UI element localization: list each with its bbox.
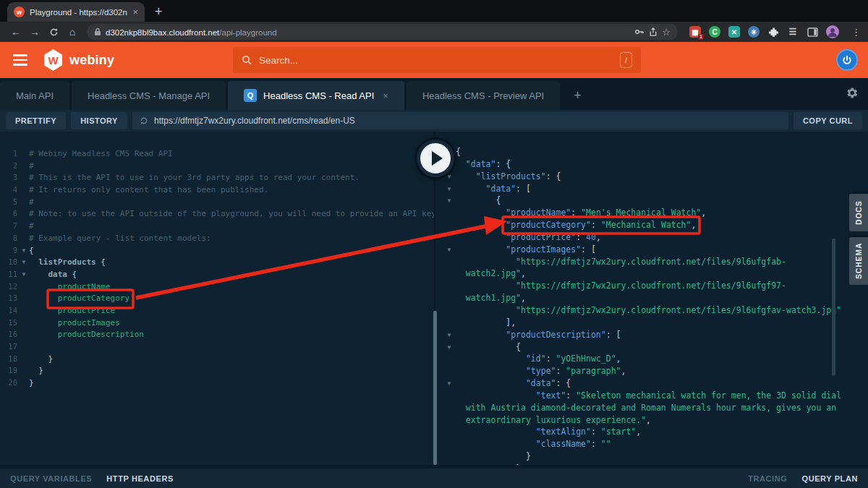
line-number: 11: [6, 268, 17, 281]
query-code-line: 7#: [6, 220, 435, 232]
webiny-app-bar: W webiny Search... /: [0, 42, 868, 78]
query-code-line: 8# Example query - list content models:: [6, 232, 435, 244]
add-api-tab-button[interactable]: +: [562, 81, 593, 110]
line-number: 8: [6, 232, 17, 244]
line-number: 17: [6, 341, 17, 353]
logout-power-button[interactable]: [836, 49, 858, 71]
http-headers-tab[interactable]: HTTP HEADERS: [106, 474, 174, 483]
endpoint-url-field[interactable]: https://dfmtjz7wx2ury.cloudfront.net/cms…: [132, 112, 788, 129]
response-code-line: ▼ "data": {: [443, 377, 868, 390]
query-code-line: 9▼{: [6, 244, 435, 257]
fold-arrow-icon[interactable]: ▼: [443, 184, 456, 196]
schema-side-tab[interactable]: SCHEMA: [849, 237, 868, 285]
api-tab-close-icon[interactable]: ×: [383, 90, 388, 101]
response-code-line: "text": "Skeleton mechanical watch for m…: [443, 390, 868, 402]
response-scrollbar[interactable]: [832, 239, 835, 376]
response-code-line: ▼ "listProducts": {: [443, 171, 868, 183]
execute-query-button[interactable]: [417, 140, 454, 177]
fold-arrow-icon[interactable]: ▼: [443, 378, 456, 390]
line-number: 13: [6, 292, 17, 304]
query-code-line: 3# This is the API to use in your 3rd pa…: [6, 171, 435, 184]
reading-list-icon[interactable]: ☰: [787, 26, 799, 38]
api-tab[interactable]: Headless CMS - Manage API: [72, 81, 226, 110]
response-code-line: "productCategory": "Mechanical Watch",: [443, 219, 868, 231]
line-number: 1: [6, 147, 17, 160]
query-code-line: 6# Note: to use the API outside of the p…: [6, 207, 435, 220]
fold-arrow-icon[interactable]: ▼: [443, 342, 456, 354]
url-bar[interactable]: d302nkp8bl9bax.cloudfront.net/api-playgr…: [87, 24, 678, 40]
query-editor[interactable]: 1# Webiny Headless CMS Read API2#3# This…: [0, 132, 435, 465]
query-code-line: 4# It returns only content that has been…: [6, 184, 435, 196]
settings-gear-icon[interactable]: [845, 86, 859, 100]
api-tab-bar: Main APIHeadless CMS - Manage APIQHeadle…: [0, 78, 868, 110]
query-toolbar: PRETTIFY HISTORY https://dfmtjz7wx2ury.c…: [0, 110, 868, 132]
line-number: 6: [6, 207, 17, 220]
response-code-line: ▼ "data": [: [443, 183, 868, 195]
docs-side-tab[interactable]: DOCS: [849, 194, 868, 231]
search-icon: [242, 55, 252, 65]
fold-arrow-icon[interactable]: ▼: [443, 195, 456, 207]
query-code-line: 2#: [6, 160, 435, 172]
response-code-line: ▼ {: [443, 341, 868, 354]
response-code-line: }: [443, 450, 868, 463]
search-input[interactable]: Search... /: [233, 47, 641, 73]
refresh-endpoint-icon: [140, 116, 148, 125]
tracing-tab[interactable]: TRACING: [748, 474, 787, 483]
query-code-line: 16 productDescription: [6, 328, 435, 341]
extension-teal-icon[interactable]: ✕: [728, 26, 740, 38]
fold-arrow-icon[interactable]: ▼: [443, 244, 456, 257]
response-code-line: extraordinary luxurious experience.",: [443, 414, 868, 427]
response-code-line: watch1.jpg",: [443, 292, 868, 304]
forward-icon[interactable]: →: [26, 26, 43, 38]
api-tab[interactable]: QHeadless CMS - Read API×: [228, 81, 404, 110]
response-code-line: "https://dfmtjz7wx2ury.cloudfront.net/fi…: [443, 304, 868, 317]
extension-blue-icon[interactable]: ✳: [748, 26, 760, 38]
query-code-line: 14 productPrice: [6, 304, 435, 317]
profile-avatar[interactable]: [826, 25, 839, 38]
extensions-puzzle-icon[interactable]: [767, 26, 779, 38]
prettify-button[interactable]: PRETTIFY: [6, 112, 66, 129]
line-number: 16: [6, 328, 17, 341]
new-tab-button[interactable]: +: [155, 5, 163, 18]
side-panel-icon[interactable]: [807, 26, 818, 38]
fold-arrow-icon[interactable]: ▼: [19, 269, 29, 281]
response-viewer[interactable]: ▼{▼ "data": {▼ "listProducts": {▼ "data"…: [435, 132, 868, 465]
home-icon[interactable]: ⌂: [64, 26, 81, 38]
extension-green-icon[interactable]: C: [709, 26, 720, 38]
query-plan-tab[interactable]: QUERY PLAN: [801, 474, 858, 483]
copy-curl-button[interactable]: COPY CURL: [793, 112, 862, 129]
reload-icon[interactable]: [45, 26, 62, 38]
line-number: 5: [6, 196, 17, 208]
bookmark-star-icon[interactable]: ☆: [662, 27, 671, 38]
api-tab[interactable]: Headless CMS - Preview API: [407, 81, 560, 110]
query-code-line: 1# Webiny Headless CMS Read API: [6, 147, 435, 160]
response-code-line: watch2.jpg",: [443, 267, 868, 280]
browser-menu-icon[interactable]: ⋮: [851, 27, 861, 38]
query-variables-tab[interactable]: QUERY VARIABLES: [10, 474, 92, 483]
api-tab[interactable]: Main API: [0, 81, 69, 110]
response-code-line: ▼{: [443, 146, 868, 158]
browser-tab-strip: w Playground - https://d302nkp8 × +: [0, 0, 868, 22]
fold-arrow-icon[interactable]: ▼: [443, 330, 456, 342]
line-number: 19: [6, 364, 17, 377]
extension-red-icon[interactable]: ▦1: [689, 26, 701, 38]
history-button[interactable]: HISTORY: [71, 112, 127, 129]
fold-arrow-icon[interactable]: ▼: [19, 257, 29, 269]
back-icon[interactable]: ←: [7, 26, 25, 38]
editor-scrollbar[interactable]: [433, 311, 437, 465]
query-code-line: 20}: [6, 377, 435, 389]
bottom-bar: QUERY VARIABLES HTTP HEADERS TRACING QUE…: [0, 468, 868, 488]
query-code-line: 17: [6, 341, 435, 353]
fold-arrow-icon[interactable]: ▼: [19, 245, 29, 257]
response-code-line: "https://dfmtjz7wx2ury.cloudfront.net/fi…: [443, 280, 868, 292]
query-code-line: 12 productName: [6, 281, 435, 293]
line-number: 7: [6, 220, 17, 232]
response-code-line: "textAlign": "start",: [443, 426, 868, 438]
tab-close-icon[interactable]: ×: [132, 7, 138, 17]
browser-tab[interactable]: w Playground - https://d302nkp8 ×: [7, 2, 145, 22]
password-key-icon[interactable]: [634, 27, 644, 36]
query-tab-badge: Q: [244, 89, 257, 102]
hamburger-menu-icon[interactable]: [13, 54, 27, 66]
response-code-line: "productName": "Men's Mechanical Watch",: [443, 207, 868, 219]
share-icon[interactable]: [649, 27, 658, 37]
